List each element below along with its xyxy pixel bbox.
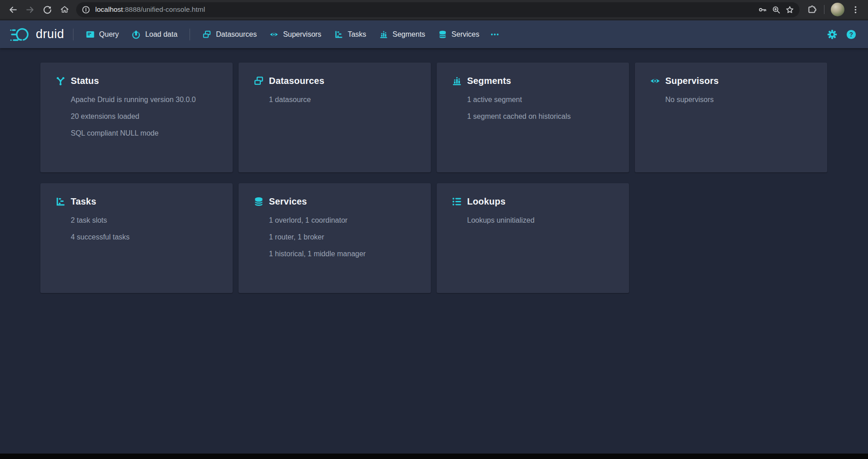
nav-item-label: Supervisors xyxy=(283,30,321,39)
card-line: 4 successful tasks xyxy=(71,233,221,241)
nav-item-label: Services xyxy=(452,30,479,39)
query-icon xyxy=(86,30,95,39)
site-info-icon[interactable] xyxy=(79,3,93,16)
card-title: Tasks xyxy=(71,196,96,207)
segments-icon xyxy=(452,76,462,86)
card-line: 1 segment cached on historicals xyxy=(467,112,617,121)
navbar-divider xyxy=(73,29,73,40)
card-line: SQL compliant NULL mode xyxy=(71,129,221,137)
help-icon[interactable]: ? xyxy=(846,29,856,39)
card-line: No supervisors xyxy=(665,96,815,104)
druid-logo-icon xyxy=(10,26,31,43)
card-line: 1 historical, 1 middle manager xyxy=(269,250,419,258)
settings-gear-icon[interactable] xyxy=(827,29,837,39)
zoom-page-icon[interactable] xyxy=(769,3,783,16)
card-status[interactable]: Status Apache Druid is running version 3… xyxy=(40,63,233,172)
nav-item-supervisors[interactable]: Supervisors xyxy=(264,26,327,43)
bottom-edge xyxy=(0,454,868,459)
browser-reload-button[interactable] xyxy=(39,1,55,18)
card-line: 20 extensions loaded xyxy=(71,112,221,121)
card-line: 1 active segment xyxy=(467,96,617,104)
card-line: 1 datasource xyxy=(269,96,419,104)
more-dots-icon xyxy=(490,30,499,39)
supervisors-icon xyxy=(650,76,660,86)
card-line: Apache Druid is running version 30.0.0 xyxy=(71,96,221,104)
nav-item-query[interactable]: Query xyxy=(80,26,125,43)
card-services[interactable]: Services 1 overlord, 1 coordinator 1 rou… xyxy=(239,183,431,293)
browser-home-button[interactable] xyxy=(56,1,73,18)
card-tasks[interactable]: Tasks 2 task slots 4 successful tasks xyxy=(40,183,233,293)
nav-item-label: Segments xyxy=(393,30,425,39)
segments-icon xyxy=(379,30,388,39)
password-manager-icon[interactable] xyxy=(756,3,769,16)
svg-text:?: ? xyxy=(849,31,853,38)
druid-logo[interactable]: druid xyxy=(7,26,67,43)
status-icon xyxy=(55,76,66,86)
lookups-icon xyxy=(452,196,462,207)
nav-item-label: Tasks xyxy=(348,30,366,39)
card-supervisors[interactable]: Supervisors No supervisors xyxy=(635,63,827,172)
nav-item-label: Query xyxy=(99,30,119,39)
nav-item-services[interactable]: Services xyxy=(433,26,485,43)
card-line: 2 task slots xyxy=(71,216,221,225)
nav-item-datasources[interactable]: Datasources xyxy=(197,26,262,43)
nav-item-label: Load data xyxy=(145,30,177,39)
nav-item-tasks[interactable]: Tasks xyxy=(329,26,372,43)
card-title: Segments xyxy=(467,76,511,86)
card-datasources[interactable]: Datasources 1 datasource xyxy=(239,63,431,172)
nav-item-segments[interactable]: Segments xyxy=(374,26,431,43)
card-grid: Status Apache Druid is running version 3… xyxy=(40,63,868,293)
browser-menu-icon[interactable] xyxy=(847,1,863,18)
profile-avatar[interactable] xyxy=(831,3,844,16)
services-icon xyxy=(438,30,447,39)
card-lookups[interactable]: Lookups Lookups uninitialized xyxy=(437,183,629,293)
card-line: Lookups uninitialized xyxy=(467,216,617,225)
nav-more-button[interactable] xyxy=(486,26,504,43)
services-icon xyxy=(254,196,264,207)
browser-back-button[interactable] xyxy=(5,1,21,18)
url-host: localhost xyxy=(95,5,123,13)
nav-item-load-data[interactable]: Load data xyxy=(126,26,183,43)
card-title: Status xyxy=(71,76,99,86)
bookmark-star-icon[interactable] xyxy=(783,3,796,16)
home-view: Status Apache Druid is running version 3… xyxy=(0,48,868,293)
browser-toolbar: localhost:8888/unified-console.html xyxy=(0,0,868,20)
url-text[interactable]: localhost:8888/unified-console.html xyxy=(95,5,756,14)
card-line: 1 router, 1 broker xyxy=(269,233,419,241)
card-title: Supervisors xyxy=(665,76,719,86)
card-line: 1 overlord, 1 coordinator xyxy=(269,216,419,225)
card-title: Services xyxy=(269,196,307,207)
datasources-icon xyxy=(254,76,264,86)
load-data-icon xyxy=(132,30,141,39)
url-path: :8888/unified-console.html xyxy=(123,5,205,13)
tasks-icon xyxy=(55,196,66,207)
browser-forward-button[interactable] xyxy=(22,1,38,18)
tasks-icon xyxy=(334,30,343,39)
supervisors-icon xyxy=(269,30,278,39)
toolbar-divider xyxy=(824,5,824,14)
datasources-icon xyxy=(202,30,211,39)
extensions-icon[interactable] xyxy=(803,1,819,18)
card-segments[interactable]: Segments 1 active segment 1 segment cach… xyxy=(437,63,629,172)
card-title: Datasources xyxy=(269,76,324,86)
navbar-divider xyxy=(190,29,190,40)
address-bar[interactable]: localhost:8888/unified-console.html xyxy=(76,2,800,17)
nav-item-label: Datasources xyxy=(216,30,257,39)
druid-wordmark: druid xyxy=(36,27,64,41)
druid-navbar: druid Query Load data Da xyxy=(0,20,868,48)
card-title: Lookups xyxy=(467,196,506,207)
